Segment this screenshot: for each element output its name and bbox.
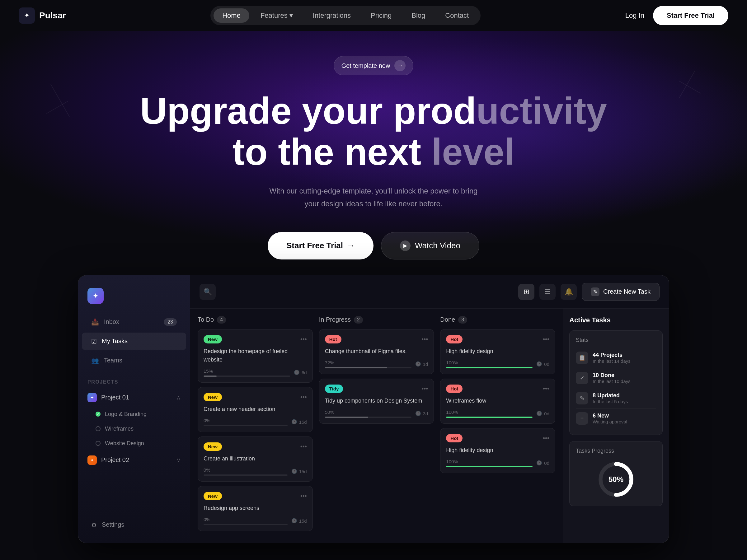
notification-button[interactable]: 🔔	[561, 284, 577, 300]
nav-cta-button[interactable]: Start Free Trial	[653, 6, 728, 25]
sidebar-logo-icon: ✦	[87, 288, 104, 304]
create-task-icon: ✎	[591, 288, 599, 296]
nav-blog[interactable]: Blog	[403, 8, 434, 23]
task-title: Redesign app screens	[204, 504, 307, 512]
task-title: Create a new header section	[204, 405, 307, 414]
sidebar-item-inbox[interactable]: 📥 Inbox 23	[82, 313, 186, 331]
task-menu-icon[interactable]: •••	[300, 394, 307, 401]
stat-updated-value: 8 Updated	[593, 392, 656, 399]
main-header: 🔍 ⊞ ☰ 🔔 ✎ Create New Task	[190, 275, 669, 309]
task-title: High fidelity design	[446, 347, 549, 355]
col-done-header: Done 3	[440, 316, 555, 324]
donut: 50%	[596, 459, 636, 500]
column-todo: To Do 4 New ••• Redesign the homepage of…	[198, 316, 313, 535]
task-card: New ••• Create a new header section 0%	[198, 387, 313, 432]
task-card: Hot ••• Wireframes flow 100%	[440, 379, 555, 424]
clock-icon: 🕐	[291, 419, 297, 425]
kanban-area: To Do 4 New ••• Redesign the homepage of…	[190, 309, 669, 543]
stat-row-new: + 6 New Waiting approval	[576, 408, 656, 428]
right-panel: Active Tasks Stats 📋 44 Projects In the …	[563, 309, 669, 543]
stat-done-value: 10 Done	[593, 372, 656, 379]
task-card: New ••• Redesign the homepage of fueled …	[198, 329, 313, 383]
col-inprogress-header: In Progress 2	[319, 316, 434, 324]
main-content: 🔍 ⊞ ☰ 🔔 ✎ Create New Task	[190, 275, 669, 543]
task-card: Hot ••• High fidelity design 100%	[440, 329, 555, 374]
task-menu-icon[interactable]: •••	[421, 336, 428, 343]
task-menu-icon[interactable]: •••	[543, 435, 549, 442]
clock-icon: 🕐	[291, 518, 297, 524]
donut-chart: 50%	[576, 459, 656, 500]
nav-contact[interactable]: Contact	[436, 8, 478, 23]
task-tag: New	[204, 492, 222, 500]
clock-icon: 🕐	[415, 411, 421, 416]
settings-icon: ⚙	[91, 521, 97, 529]
nav-integrations[interactable]: Intergrations	[304, 8, 360, 23]
task-tag: Hot	[446, 384, 463, 393]
projects-icon: 📋	[576, 351, 588, 364]
clock-icon: 🕐	[536, 361, 542, 367]
sidebar-sub-wireframes[interactable]: Wireframes	[78, 423, 190, 435]
task-menu-icon[interactable]: •••	[300, 336, 307, 343]
done-icon: ✓	[576, 372, 588, 384]
task-menu-icon[interactable]: •••	[300, 492, 307, 500]
task-card: Hot ••• High fidelity design 100%	[440, 428, 555, 473]
tasks-progress-card: Tasks Progress 50%	[569, 441, 663, 506]
task-card: New ••• Create an illustration 0%	[198, 436, 313, 482]
hero-badge[interactable]: Get template now →	[334, 56, 414, 75]
hero-cta-primary[interactable]: Start Free Trial →	[268, 232, 374, 260]
clock-icon: 🕐	[536, 411, 542, 416]
hero-cta-secondary[interactable]: ▶ Watch Video	[381, 232, 479, 260]
hero-buttons: Start Free Trial → ▶ Watch Video	[268, 232, 479, 260]
task-tag: Hot	[325, 335, 341, 344]
task-menu-icon[interactable]: •••	[543, 385, 549, 392]
login-link[interactable]: Log In	[625, 11, 644, 20]
nav-features[interactable]: Features ▾	[252, 8, 302, 23]
task-menu-icon[interactable]: •••	[543, 336, 549, 343]
task-menu-icon[interactable]: •••	[421, 385, 428, 392]
logo: ✦ Pulsar	[19, 7, 66, 24]
task-tag: Tidy	[325, 384, 343, 393]
clock-icon: 🕐	[294, 370, 300, 375]
brand-name: Pulsar	[39, 10, 66, 21]
check-circle-icon	[96, 411, 101, 417]
stat-projects-sub: In the last 14 days	[593, 358, 656, 364]
task-card: Hot ••• Change thumbnail of Figma files.…	[319, 329, 434, 374]
clock-icon: 🕐	[536, 460, 542, 466]
stat-new-value: 6 New	[593, 412, 656, 419]
sidebar-item-teams[interactable]: 👥 Teams	[82, 352, 186, 369]
column-inprogress: In Progress 2 Hot ••• Change thumbnail o…	[319, 316, 434, 535]
nav-pricing[interactable]: Pricing	[362, 8, 400, 23]
create-task-button[interactable]: ✎ Create New Task	[582, 283, 660, 301]
logo-icon: ✦	[19, 7, 35, 24]
grid-view-button[interactable]: ⊞	[518, 284, 535, 300]
sidebar-project-02[interactable]: ✦ Project 02 ∨	[78, 452, 190, 469]
tasks-progress-label: Tasks Progress	[576, 448, 656, 454]
task-title: Tidy up components on Design System	[325, 397, 428, 405]
sidebar-sub-logo-branding[interactable]: Logo & Branding	[78, 408, 190, 421]
task-menu-icon[interactable]: •••	[300, 443, 307, 450]
sidebar-item-settings[interactable]: ⚙ Settings	[82, 516, 186, 534]
column-done: Done 3 Hot ••• High fidelity design	[440, 316, 555, 535]
nav-home[interactable]: Home	[213, 8, 249, 23]
app-preview: ✦ 📥 Inbox 23 ☑ My Tasks 👥 Teams PROJECTS…	[0, 275, 747, 543]
new-icon: +	[576, 412, 588, 425]
header-actions: ⊞ ☰ 🔔 ✎ Create New Task	[518, 283, 660, 301]
sidebar: ✦ 📥 Inbox 23 ☑ My Tasks 👥 Teams PROJECTS…	[78, 275, 190, 543]
sidebar-project-01[interactable]: ✦ Project 01 ∧	[78, 389, 190, 406]
task-tag: New	[204, 335, 222, 344]
task-tag: Hot	[446, 335, 463, 344]
sidebar-item-my-tasks[interactable]: ☑ My Tasks	[82, 332, 186, 350]
clock-icon: 🕐	[415, 361, 421, 367]
col-todo-header: To Do 4	[198, 316, 313, 324]
stats-card: Stats 📋 44 Projects In the last 14 days …	[569, 330, 663, 435]
list-view-button[interactable]: ☰	[539, 284, 556, 300]
task-title: Redesign the homepage of fueled website	[204, 347, 307, 364]
search-button[interactable]: 🔍	[200, 284, 216, 300]
task-title: Create an illustration	[204, 455, 307, 463]
sidebar-sub-website-design[interactable]: Website Design	[78, 437, 190, 450]
sidebar-logo: ✦	[78, 285, 190, 312]
empty-circle-icon	[96, 426, 101, 431]
stat-updated-sub: In the last 5 days	[593, 399, 656, 404]
hero-title: Upgrade your productivity to the next le…	[140, 90, 607, 172]
stat-row-projects: 📋 44 Projects In the last 14 days	[576, 348, 656, 368]
